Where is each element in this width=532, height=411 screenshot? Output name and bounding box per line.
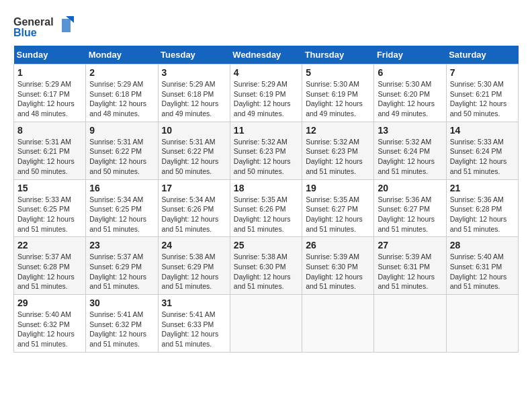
calendar-cell: 10Sunrise: 5:31 AMSunset: 6:22 PMDayligh… xyxy=(158,122,230,179)
day-info: Sunrise: 5:30 AMSunset: 6:21 PMDaylight:… xyxy=(450,79,515,119)
week-row-3: 15Sunrise: 5:33 AMSunset: 6:25 PMDayligh… xyxy=(14,179,519,237)
day-info: Sunrise: 5:31 AMSunset: 6:21 PMDaylight:… xyxy=(17,137,82,177)
calendar-cell: 28Sunrise: 5:40 AMSunset: 6:31 PMDayligh… xyxy=(446,237,518,295)
day-number: 19 xyxy=(306,183,370,193)
day-number: 29 xyxy=(17,298,82,308)
calendar-cell: 19Sunrise: 5:35 AMSunset: 6:27 PMDayligh… xyxy=(302,179,374,237)
day-info: Sunrise: 5:39 AMSunset: 6:31 PMDaylight:… xyxy=(378,252,442,291)
day-number: 21 xyxy=(450,183,515,193)
day-number: 4 xyxy=(234,67,298,78)
calendar-cell: 4Sunrise: 5:29 AMSunset: 6:19 PMDaylight… xyxy=(230,64,302,122)
day-number: 6 xyxy=(378,67,442,78)
week-row-4: 22Sunrise: 5:37 AMSunset: 6:28 PMDayligh… xyxy=(14,237,519,295)
day-number: 18 xyxy=(234,183,298,193)
day-number: 13 xyxy=(378,125,442,136)
day-number: 16 xyxy=(89,183,154,193)
day-info: Sunrise: 5:38 AMSunset: 6:30 PMDaylight:… xyxy=(234,252,298,291)
calendar-cell: 20Sunrise: 5:36 AMSunset: 6:27 PMDayligh… xyxy=(374,179,446,237)
page-header: General Blue xyxy=(13,13,519,39)
day-info: Sunrise: 5:32 AMSunset: 6:23 PMDaylight:… xyxy=(234,137,298,177)
day-info: Sunrise: 5:29 AMSunset: 6:19 PMDaylight:… xyxy=(234,79,298,119)
weekday-header-row: Sunday Monday Tuesday Wednesday Thursday… xyxy=(14,46,519,64)
day-info: Sunrise: 5:37 AMSunset: 6:29 PMDaylight:… xyxy=(89,252,154,291)
day-info: Sunrise: 5:36 AMSunset: 6:28 PMDaylight:… xyxy=(450,195,515,234)
header-wednesday: Wednesday xyxy=(230,46,302,64)
calendar-cell: 16Sunrise: 5:34 AMSunset: 6:25 PMDayligh… xyxy=(86,179,158,237)
calendar-cell: 8Sunrise: 5:31 AMSunset: 6:21 PMDaylight… xyxy=(14,122,86,179)
day-info: Sunrise: 5:29 AMSunset: 6:18 PMDaylight:… xyxy=(162,79,226,119)
logo-icon: General Blue xyxy=(13,13,74,39)
calendar-cell: 23Sunrise: 5:37 AMSunset: 6:29 PMDayligh… xyxy=(86,237,158,295)
calendar-cell xyxy=(302,295,374,353)
day-number: 7 xyxy=(450,67,515,78)
day-info: Sunrise: 5:37 AMSunset: 6:28 PMDaylight:… xyxy=(17,252,82,291)
calendar-cell: 24Sunrise: 5:38 AMSunset: 6:29 PMDayligh… xyxy=(158,237,230,295)
calendar-cell: 25Sunrise: 5:38 AMSunset: 6:30 PMDayligh… xyxy=(230,237,302,295)
header-monday: Monday xyxy=(86,46,158,64)
calendar-cell: 22Sunrise: 5:37 AMSunset: 6:28 PMDayligh… xyxy=(14,237,86,295)
day-number: 5 xyxy=(306,67,370,78)
calendar-cell: 27Sunrise: 5:39 AMSunset: 6:31 PMDayligh… xyxy=(374,237,446,295)
calendar-cell: 9Sunrise: 5:31 AMSunset: 6:22 PMDaylight… xyxy=(86,122,158,179)
day-info: Sunrise: 5:30 AMSunset: 6:20 PMDaylight:… xyxy=(378,79,442,119)
week-row-5: 29Sunrise: 5:40 AMSunset: 6:32 PMDayligh… xyxy=(14,295,519,353)
day-number: 26 xyxy=(306,240,370,250)
day-number: 22 xyxy=(17,240,82,250)
calendar-cell: 7Sunrise: 5:30 AMSunset: 6:21 PMDaylight… xyxy=(446,64,518,122)
calendar-cell: 21Sunrise: 5:36 AMSunset: 6:28 PMDayligh… xyxy=(446,179,518,237)
header-thursday: Thursday xyxy=(302,46,374,64)
day-info: Sunrise: 5:34 AMSunset: 6:25 PMDaylight:… xyxy=(89,195,154,234)
day-info: Sunrise: 5:33 AMSunset: 6:25 PMDaylight:… xyxy=(17,195,82,234)
calendar-cell: 12Sunrise: 5:32 AMSunset: 6:23 PMDayligh… xyxy=(302,122,374,179)
day-number: 20 xyxy=(378,183,442,193)
logo: General Blue xyxy=(13,13,74,39)
day-info: Sunrise: 5:39 AMSunset: 6:30 PMDaylight:… xyxy=(306,252,370,291)
day-number: 11 xyxy=(234,125,298,136)
calendar-cell: 14Sunrise: 5:33 AMSunset: 6:24 PMDayligh… xyxy=(446,122,518,179)
day-number: 14 xyxy=(450,125,515,136)
day-number: 1 xyxy=(17,67,82,78)
day-info: Sunrise: 5:31 AMSunset: 6:22 PMDaylight:… xyxy=(162,137,226,177)
week-row-1: 1Sunrise: 5:29 AMSunset: 6:17 PMDaylight… xyxy=(14,64,519,122)
day-info: Sunrise: 5:34 AMSunset: 6:26 PMDaylight:… xyxy=(162,195,226,234)
day-number: 27 xyxy=(378,240,442,250)
day-number: 23 xyxy=(89,240,154,250)
calendar-cell: 5Sunrise: 5:30 AMSunset: 6:19 PMDaylight… xyxy=(302,64,374,122)
week-row-2: 8Sunrise: 5:31 AMSunset: 6:21 PMDaylight… xyxy=(14,122,519,179)
day-info: Sunrise: 5:40 AMSunset: 6:31 PMDaylight:… xyxy=(450,252,515,291)
day-number: 17 xyxy=(162,183,226,193)
day-info: Sunrise: 5:41 AMSunset: 6:33 PMDaylight:… xyxy=(162,310,226,349)
calendar-cell xyxy=(446,295,518,353)
day-info: Sunrise: 5:29 AMSunset: 6:17 PMDaylight:… xyxy=(17,79,82,119)
calendar-cell: 15Sunrise: 5:33 AMSunset: 6:25 PMDayligh… xyxy=(14,179,86,237)
day-number: 24 xyxy=(162,240,226,250)
day-number: 3 xyxy=(162,67,226,78)
day-info: Sunrise: 5:30 AMSunset: 6:19 PMDaylight:… xyxy=(306,79,370,119)
calendar-cell: 2Sunrise: 5:29 AMSunset: 6:18 PMDaylight… xyxy=(86,64,158,122)
day-info: Sunrise: 5:31 AMSunset: 6:22 PMDaylight:… xyxy=(89,137,154,177)
calendar-cell: 3Sunrise: 5:29 AMSunset: 6:18 PMDaylight… xyxy=(158,64,230,122)
calendar-cell: 17Sunrise: 5:34 AMSunset: 6:26 PMDayligh… xyxy=(158,179,230,237)
day-info: Sunrise: 5:29 AMSunset: 6:18 PMDaylight:… xyxy=(89,79,154,119)
day-number: 12 xyxy=(306,125,370,136)
day-info: Sunrise: 5:38 AMSunset: 6:29 PMDaylight:… xyxy=(162,252,226,291)
calendar-cell: 30Sunrise: 5:41 AMSunset: 6:32 PMDayligh… xyxy=(86,295,158,353)
calendar-cell: 6Sunrise: 5:30 AMSunset: 6:20 PMDaylight… xyxy=(374,64,446,122)
header-sunday: Sunday xyxy=(14,46,86,64)
calendar-cell: 31Sunrise: 5:41 AMSunset: 6:33 PMDayligh… xyxy=(158,295,230,353)
calendar-cell: 18Sunrise: 5:35 AMSunset: 6:26 PMDayligh… xyxy=(230,179,302,237)
svg-text:Blue: Blue xyxy=(13,27,37,38)
calendar-cell: 13Sunrise: 5:32 AMSunset: 6:24 PMDayligh… xyxy=(374,122,446,179)
day-info: Sunrise: 5:41 AMSunset: 6:32 PMDaylight:… xyxy=(89,310,154,349)
day-number: 9 xyxy=(89,125,154,136)
day-info: Sunrise: 5:32 AMSunset: 6:23 PMDaylight:… xyxy=(306,137,370,177)
header-saturday: Saturday xyxy=(446,46,518,64)
day-number: 8 xyxy=(17,125,82,136)
calendar-cell: 29Sunrise: 5:40 AMSunset: 6:32 PMDayligh… xyxy=(14,295,86,353)
day-number: 25 xyxy=(234,240,298,250)
svg-marker-2 xyxy=(62,19,71,32)
header-friday: Friday xyxy=(374,46,446,64)
day-number: 31 xyxy=(162,298,226,308)
calendar-cell: 26Sunrise: 5:39 AMSunset: 6:30 PMDayligh… xyxy=(302,237,374,295)
day-number: 28 xyxy=(450,240,515,250)
